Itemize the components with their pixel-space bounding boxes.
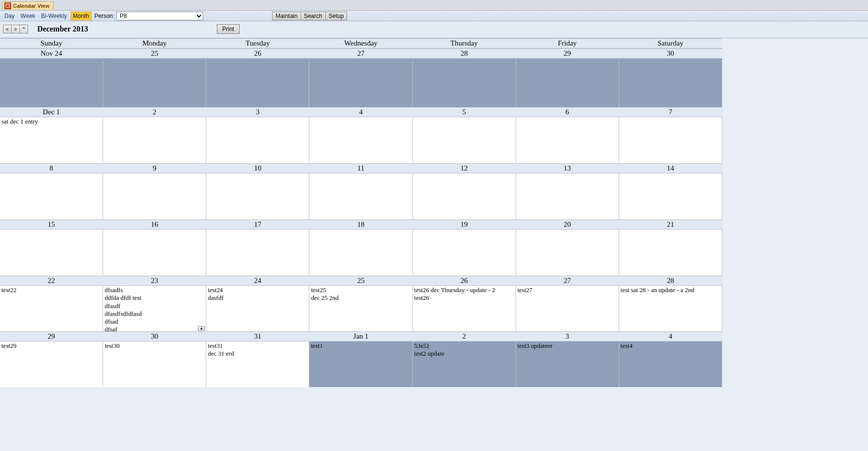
more-entries-indicator[interactable]: ▲: [198, 326, 205, 331]
day-cell[interactable]: test25 dec 25 2nd: [309, 286, 412, 331]
date-header-cell[interactable]: 4: [619, 332, 722, 341]
date-header-cell[interactable]: 20: [516, 220, 619, 229]
maintain-button[interactable]: Maintain: [272, 12, 301, 20]
date-header-cell[interactable]: Jan 1: [309, 332, 412, 341]
day-entry-text: test4: [621, 342, 720, 350]
date-header-cell[interactable]: 3: [516, 332, 619, 341]
day-cell[interactable]: [0, 230, 103, 276]
day-cell[interactable]: dfsadfs ddfda dfdf test dfasdf dfasdfsdf…: [103, 286, 206, 331]
day-cell[interactable]: test22: [0, 286, 103, 331]
day-cell[interactable]: [619, 59, 722, 107]
day-cell[interactable]: [309, 230, 412, 276]
date-header-cell[interactable]: 30: [619, 49, 722, 58]
date-header-cell[interactable]: 21: [619, 220, 722, 229]
date-header-cell[interactable]: 22: [0, 276, 103, 285]
date-header-cell[interactable]: 16: [103, 220, 206, 229]
date-header-cell[interactable]: Nov 24: [0, 49, 103, 58]
date-header-cell[interactable]: 3: [206, 108, 309, 117]
date-header-cell[interactable]: 6: [516, 108, 619, 117]
day-cell[interactable]: test26 dec Thursday - update - 2 test26: [413, 286, 516, 331]
day-cell[interactable]: [0, 173, 103, 219]
day-cell[interactable]: test1: [309, 342, 412, 387]
day-cell[interactable]: [413, 59, 516, 107]
date-header-cell[interactable]: 4: [309, 108, 412, 117]
day-cell[interactable]: [206, 59, 309, 107]
next-month-button[interactable]: >: [11, 25, 20, 33]
print-button[interactable]: Print: [217, 24, 240, 34]
date-header-cell[interactable]: 17: [206, 220, 309, 229]
day-cell[interactable]: [206, 230, 309, 276]
day-cell[interactable]: [103, 117, 206, 163]
day-cell[interactable]: [413, 173, 516, 219]
day-cell[interactable]: [516, 117, 619, 163]
day-cell[interactable]: [309, 59, 412, 107]
day-cell[interactable]: test24 dasfdf: [206, 286, 309, 331]
view-biweekly-button[interactable]: Bi-Weekly: [39, 12, 70, 20]
date-header-cell[interactable]: 28: [619, 276, 722, 285]
setup-button[interactable]: Setup: [325, 12, 347, 20]
day-cell[interactable]: test3 updateer: [516, 342, 619, 387]
date-header-cell[interactable]: 5: [413, 108, 516, 117]
today-button[interactable]: ^: [19, 25, 28, 33]
date-header-cell[interactable]: 9: [103, 164, 206, 173]
tab-calendar-view[interactable]: Calendar View: [2, 1, 54, 10]
date-header-cell[interactable]: 31: [206, 332, 309, 341]
day-cell[interactable]: test29: [0, 342, 103, 387]
day-cell[interactable]: [619, 117, 722, 163]
date-header-cell[interactable]: 2: [413, 332, 516, 341]
date-header-cell[interactable]: 13: [516, 164, 619, 173]
date-header-cell[interactable]: 25: [103, 49, 206, 58]
date-header-cell[interactable]: 26: [413, 276, 516, 285]
date-header-cell[interactable]: 2: [103, 108, 206, 117]
day-cell[interactable]: [413, 230, 516, 276]
day-cell[interactable]: [103, 230, 206, 276]
date-header-cell[interactable]: 30: [103, 332, 206, 341]
day-cell[interactable]: test4: [619, 342, 722, 387]
date-header-cell[interactable]: 8: [0, 164, 103, 173]
day-cell[interactable]: test30: [103, 342, 206, 387]
day-cell[interactable]: [0, 59, 103, 107]
date-header-cell[interactable]: 14: [619, 164, 722, 173]
date-header-cell[interactable]: 27: [309, 49, 412, 58]
day-cell[interactable]: test27: [516, 286, 619, 331]
date-header-cell[interactable]: 24: [206, 276, 309, 285]
date-header-cell[interactable]: 10: [206, 164, 309, 173]
day-cell[interactable]: [619, 173, 722, 219]
date-header-cell[interactable]: 26: [206, 49, 309, 58]
day-cell[interactable]: [516, 173, 619, 219]
date-header-cell[interactable]: 23: [103, 276, 206, 285]
view-day-button[interactable]: Day: [2, 12, 17, 20]
view-week-button[interactable]: Week: [18, 12, 37, 20]
search-button[interactable]: Search: [301, 12, 326, 20]
date-header-cell[interactable]: 28: [413, 49, 516, 58]
date-header-cell[interactable]: 11: [309, 164, 412, 173]
day-cell[interactable]: [516, 59, 619, 107]
date-header-cell[interactable]: 29: [516, 49, 619, 58]
day-cell[interactable]: [309, 117, 412, 163]
date-header-cell[interactable]: 7: [619, 108, 722, 117]
view-month-button[interactable]: Month: [71, 12, 91, 20]
day-cell[interactable]: [206, 117, 309, 163]
day-cell[interactable]: [619, 230, 722, 276]
prev-month-button[interactable]: <: [3, 25, 12, 33]
date-header-cell[interactable]: 29: [0, 332, 103, 341]
date-header-cell[interactable]: Dec 1: [0, 108, 103, 117]
date-header-cell[interactable]: 12: [413, 164, 516, 173]
day-cell[interactable]: [309, 173, 412, 219]
date-header-cell[interactable]: 25: [309, 276, 412, 285]
day-cell[interactable]: [103, 59, 206, 107]
date-header-cell[interactable]: 18: [309, 220, 412, 229]
day-cell[interactable]: [206, 173, 309, 219]
day-entry-text: test25 dec 25 2nd: [311, 286, 411, 302]
day-cell[interactable]: test sat 28 - an update - a 2nd: [619, 286, 722, 331]
day-cell[interactable]: [413, 117, 516, 163]
date-header-cell[interactable]: 19: [413, 220, 516, 229]
day-cell[interactable]: [516, 230, 619, 276]
person-select[interactable]: P8: [116, 12, 203, 20]
day-cell[interactable]: 53s52 test2 update: [413, 342, 516, 387]
date-header-cell[interactable]: 15: [0, 220, 103, 229]
day-cell[interactable]: test31 dec 31 erd: [206, 342, 309, 387]
day-cell[interactable]: sat dec 1 entry: [0, 117, 103, 163]
date-header-cell[interactable]: 27: [516, 276, 619, 285]
day-cell[interactable]: [103, 173, 206, 219]
